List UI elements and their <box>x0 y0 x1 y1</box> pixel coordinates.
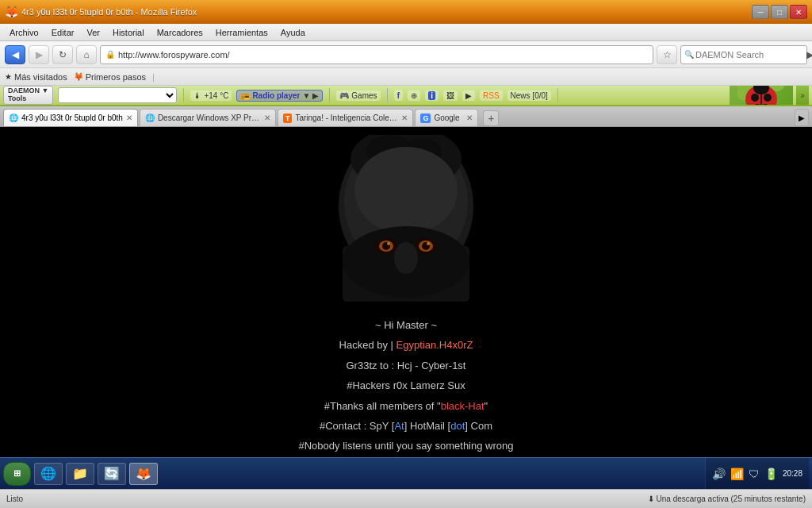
titlebar-left: 🦊 4r3 y0u l33t 0r 5tupld 0r b0th - Mozil… <box>5 6 197 18</box>
separator-2 <box>329 88 330 102</box>
menubar: Archivo Editar Ver Historial Marcadores … <box>0 24 812 41</box>
tab-2-label: Taringa! - Inteligencia Colectiva <box>295 114 398 122</box>
tab-1[interactable]: 🌐 Descargar Windows XP Pro SP3 [Sin... ✕ <box>140 109 276 126</box>
taskbar-explorer[interactable]: 📁 <box>66 463 94 485</box>
i-icon: i <box>428 91 435 100</box>
arrow-icon: ▶ <box>465 91 472 100</box>
nobody-line: #Nobody listens until you say something … <box>299 437 514 455</box>
taskbar-mediaplayer[interactable]: 🔄 <box>98 463 126 485</box>
titlebar-controls: ─ □ ✕ <box>752 5 807 19</box>
bookmark-mas-visitados[interactable]: ★ Más visitados <box>5 72 67 82</box>
windows-icon: ⊞ <box>13 468 21 479</box>
battery-icon[interactable]: 🔋 <box>764 468 778 480</box>
news-label: News [0/0] <box>511 91 548 100</box>
facebook-widget[interactable]: f <box>394 90 404 101</box>
menu-marcadores[interactable]: Marcadores <box>151 26 209 39</box>
tab-2[interactable]: T Taringa! - Inteligencia Colectiva ✕ <box>278 109 414 126</box>
hackers-line: #Hackers r0x Lamerz Sux <box>299 376 514 394</box>
weather-widget[interactable]: 🌡 +14 °C <box>190 90 232 101</box>
search-submit[interactable]: ▶ <box>806 49 812 60</box>
icon-widget-4[interactable]: 🖼 <box>443 90 458 101</box>
maximize-button[interactable]: □ <box>771 5 788 19</box>
hacked-image-container <box>319 135 493 302</box>
icon-widget-2[interactable]: ⊕ <box>408 90 420 101</box>
download-icon: ⬇ <box>648 495 654 503</box>
thanks-line: #Thanks all members of "black-Hat" <box>299 397 514 415</box>
contact-mid: ] HotMail [ <box>404 420 451 432</box>
tab-3-favicon: G <box>420 114 431 123</box>
tab-0-close[interactable]: ✕ <box>126 114 132 122</box>
tab-3[interactable]: G Google ✕ <box>415 109 478 126</box>
network-icon[interactable]: 📶 <box>730 468 744 480</box>
games-label: Games <box>351 91 377 100</box>
status-text: Listo <box>6 495 23 503</box>
toolbar-expand[interactable]: » <box>796 86 809 106</box>
home-button[interactable]: ⌂ <box>76 45 97 64</box>
menu-historial[interactable]: Historial <box>106 26 151 39</box>
address-bar[interactable] <box>118 50 648 60</box>
icon-widget-6[interactable]: RSS <box>480 90 503 101</box>
menu-herramientas[interactable]: Herramientas <box>209 26 274 39</box>
photo-icon: 🖼 <box>446 91 454 100</box>
ie-icon: 🌐 <box>40 466 56 481</box>
radio-player-widget[interactable]: 📻 Radio player ▼ ▶ <box>236 90 323 102</box>
download-indicator: ⬇ Una descarga activa (25 minutos restan… <box>648 495 806 503</box>
svg-point-14 <box>354 147 458 234</box>
menu-ayuda[interactable]: Ayuda <box>274 26 312 39</box>
thanks-suffix: " <box>485 400 488 412</box>
tab-3-close[interactable]: ✕ <box>466 114 473 122</box>
ladybug-area <box>730 86 793 106</box>
lock-icon: 🔒 <box>105 50 115 59</box>
reload-button[interactable]: ↻ <box>52 45 73 64</box>
bookmark-primeros-pasos[interactable]: 🦊 Primeros pasos <box>74 72 146 82</box>
search-container: 🔍 ▶ <box>680 45 807 64</box>
explorer-icon: 📁 <box>72 466 88 481</box>
icon-widget-5[interactable]: ▶ <box>462 90 475 101</box>
news-widget[interactable]: News [0/0] <box>508 90 551 101</box>
menu-ver[interactable]: Ver <box>80 26 106 39</box>
ext-toolbar: DAEMON ▼Tools 🌡 +14 °C 📻 Radio player ▼ … <box>0 86 812 106</box>
daemon-dropdown[interactable] <box>58 87 177 103</box>
search-input[interactable] <box>695 50 805 60</box>
tab-2-close[interactable]: ✕ <box>401 114 408 122</box>
start-button[interactable]: ⊞ <box>3 462 31 486</box>
firefox-taskbar-icon: 🦊 <box>136 466 151 481</box>
main-content: ~ Hi Master ~ Hacked by | Egyptian.H4x0r… <box>0 127 812 489</box>
menu-editar[interactable]: Editar <box>45 26 81 39</box>
svg-point-24 <box>427 242 430 245</box>
tab-0-favicon: 🌐 <box>9 114 18 122</box>
media-icon: 🔄 <box>104 466 120 481</box>
daemon-tools-button[interactable]: DAEMON ▼Tools <box>3 86 53 105</box>
games-widget[interactable]: 🎮 Games <box>336 90 380 101</box>
speaker-icon[interactable]: 🔊 <box>712 468 726 480</box>
svg-point-23 <box>387 242 390 245</box>
bookmark-star[interactable]: ☆ <box>657 45 677 64</box>
taskbar-ie[interactable]: 🌐 <box>34 463 63 485</box>
at-text: At <box>394 420 404 432</box>
tab-0[interactable]: 🌐 4r3 y0u l33t 0r 5tupld 0r b0th ✕ <box>3 109 138 126</box>
hackers-text: #Hackers r0x Lamerz Sux <box>347 379 465 391</box>
minimize-button[interactable]: ─ <box>752 5 769 19</box>
taskbar-firefox[interactable]: 🦊 <box>129 463 158 485</box>
titlebar-title: 4r3 y0u l33t 0r 5tupld 0r b0th - Mozilla… <box>21 7 197 17</box>
navbar: ◀ ▶ ↻ ⌂ 🔒 ☆ 🔍 ▶ <box>0 41 812 68</box>
dot-text: dot <box>450 420 465 432</box>
bookmarks-bar: ★ Más visitados 🦊 Primeros pasos | <box>0 68 812 86</box>
security-icon[interactable]: 🛡 <box>749 468 760 480</box>
menu-archivo[interactable]: Archivo <box>3 26 45 39</box>
close-button[interactable]: ✕ <box>790 5 807 19</box>
separator-1 <box>183 88 184 102</box>
ladybug-icon <box>737 86 785 106</box>
tab-1-close[interactable]: ✕ <box>264 114 270 122</box>
black-hat: black-Hat <box>441 400 485 412</box>
back-button[interactable]: ◀ <box>5 45 25 64</box>
new-tab-button[interactable]: + <box>483 110 499 126</box>
icon-widget-3[interactable]: i <box>425 90 439 101</box>
forward-button[interactable]: ▶ <box>29 45 49 64</box>
star-icon: ★ <box>5 72 12 81</box>
firefox-bookmark-icon: 🦊 <box>74 72 83 81</box>
radio-icon: 📻 <box>240 91 250 100</box>
tab-scroll-right[interactable]: ▶ <box>795 109 809 126</box>
tab-0-label: 4r3 y0u l33t 0r 5tupld 0r b0th <box>21 114 123 122</box>
daemon-tools-widget[interactable]: DAEMON ▼Tools <box>3 86 53 105</box>
